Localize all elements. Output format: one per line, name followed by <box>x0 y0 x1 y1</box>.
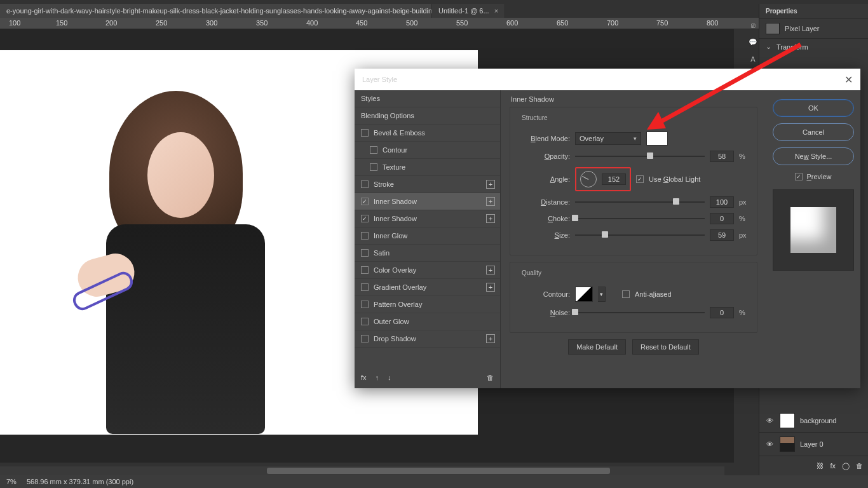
layer-thumbnail[interactable] <box>780 413 795 428</box>
distance-slider[interactable] <box>575 198 705 207</box>
document-tab[interactable]: Untitled-1 @ 6... × <box>432 4 505 18</box>
checkbox[interactable] <box>361 266 369 274</box>
satin-item[interactable]: Satin <box>355 245 500 262</box>
contour-picker[interactable] <box>575 287 593 302</box>
type-icon[interactable]: A <box>750 55 755 63</box>
checkbox[interactable] <box>361 335 369 342</box>
contour-label[interactable]: Contour: <box>518 290 570 298</box>
document-tabstrip: e-young-girl-with-dark-wavy-hairstyle-br… <box>0 4 868 18</box>
cancel-button[interactable]: Cancel <box>773 123 854 141</box>
add-effect-icon[interactable]: + <box>486 266 495 274</box>
bevel-emboss-item[interactable]: Bevel & Emboss <box>355 125 500 142</box>
angle-label[interactable]: Angle: <box>518 175 570 183</box>
inner-shadow-item-2[interactable]: Inner Shadow+ <box>355 210 500 227</box>
item-label: Pattern Overlay <box>374 301 422 308</box>
choke-label[interactable]: Choke: <box>518 215 570 222</box>
checkbox[interactable] <box>361 301 369 308</box>
checkbox[interactable] <box>361 232 369 240</box>
shadow-color-swatch[interactable] <box>646 132 668 146</box>
angle-input[interactable]: 152 <box>602 173 626 185</box>
layer-row[interactable]: 👁 Layer 0 <box>759 433 868 456</box>
mask-icon[interactable]: ◯ <box>842 462 850 470</box>
checkbox[interactable] <box>361 283 369 291</box>
close-icon[interactable]: × <box>494 7 498 15</box>
visibility-icon[interactable]: 👁 <box>764 440 775 448</box>
add-effect-icon[interactable]: + <box>486 214 495 223</box>
fx-menu-icon[interactable]: fx <box>361 374 367 381</box>
choke-input[interactable]: 0 <box>710 213 734 224</box>
texture-item[interactable]: Texture <box>355 159 500 176</box>
add-effect-icon[interactable]: + <box>486 283 495 292</box>
visibility-icon[interactable]: 👁 <box>764 417 775 424</box>
layer-row[interactable]: 👁 background <box>759 409 868 433</box>
checkbox[interactable] <box>370 163 377 171</box>
noise-input[interactable]: 0 <box>710 307 734 318</box>
make-default-button[interactable]: Make Default <box>568 339 626 355</box>
noise-label[interactable]: Noise: <box>518 309 570 316</box>
chevron-down-icon[interactable]: ▾ <box>598 287 606 302</box>
outer-glow-item[interactable]: Outer Glow <box>355 313 500 330</box>
angle-dial[interactable] <box>580 171 597 187</box>
choke-slider[interactable] <box>575 214 705 223</box>
transform-section[interactable]: ⌄ Transform <box>759 38 868 55</box>
layer-thumbnail[interactable] <box>780 437 795 452</box>
blending-options-item[interactable]: Blending Options <box>355 107 500 125</box>
styles-item[interactable]: Styles <box>355 90 500 107</box>
properties-panel-tab[interactable]: Properties <box>759 4 868 19</box>
new-style-button[interactable]: New Style... <box>773 147 854 165</box>
checkbox[interactable] <box>361 318 369 325</box>
opacity-label[interactable]: Opacity: <box>518 152 570 160</box>
trash-icon[interactable]: 🗑 <box>856 462 863 470</box>
opacity-slider[interactable] <box>575 152 705 161</box>
gradient-overlay-item[interactable]: Gradient Overlay+ <box>355 279 500 296</box>
add-effect-icon[interactable]: + <box>486 197 495 206</box>
use-global-light-checkbox[interactable] <box>636 175 644 183</box>
size-label[interactable]: Size: <box>518 231 570 239</box>
checkbox[interactable] <box>361 129 369 137</box>
checkbox[interactable] <box>361 249 369 257</box>
preview-checkbox[interactable] <box>795 173 803 180</box>
horizontal-scrollbar[interactable] <box>0 466 724 475</box>
ok-button[interactable]: OK <box>773 99 854 117</box>
checkbox[interactable] <box>361 180 369 188</box>
inner-shadow-item[interactable]: Inner Shadow+ <box>355 193 500 210</box>
zoom-level[interactable]: 7% <box>6 478 17 485</box>
stroke-item[interactable]: Stroke+ <box>355 176 500 193</box>
size-input[interactable]: 59 <box>710 229 734 241</box>
layer-name[interactable]: background <box>800 417 837 424</box>
layers-panel: 👁 background 👁 Layer 0 <box>759 409 868 456</box>
noise-slider[interactable] <box>575 308 705 317</box>
document-tab-active[interactable]: e-young-girl-with-dark-wavy-hairstyle-br… <box>0 4 432 18</box>
antialiased-label[interactable]: Anti-aliased <box>635 290 672 298</box>
color-overlay-item[interactable]: Color Overlay+ <box>355 262 500 279</box>
move-up-icon[interactable]: ↑ <box>376 374 379 381</box>
link-layers-icon[interactable]: ⛓ <box>817 462 824 470</box>
layer-name[interactable]: Layer 0 <box>800 440 824 448</box>
checkbox[interactable] <box>361 198 369 205</box>
distance-label[interactable]: Distance: <box>518 198 570 206</box>
contour-item[interactable]: Contour <box>355 142 500 159</box>
add-effect-icon[interactable]: + <box>486 334 495 343</box>
checkbox[interactable] <box>361 215 369 222</box>
antialiased-checkbox[interactable] <box>622 290 630 298</box>
inner-glow-item[interactable]: Inner Glow <box>355 227 500 245</box>
reset-default-button[interactable]: Reset to Default <box>632 339 699 355</box>
add-effect-icon[interactable]: + <box>486 180 495 189</box>
move-down-icon[interactable]: ↓ <box>388 374 391 381</box>
blend-mode-select[interactable]: Overlay ▾ <box>575 132 641 145</box>
comments-icon[interactable]: 💬 <box>749 38 757 46</box>
fx-icon[interactable]: fx <box>830 462 836 470</box>
dialog-titlebar[interactable]: Layer Style ✕ <box>355 69 860 90</box>
close-icon[interactable]: ✕ <box>844 74 853 86</box>
distance-input[interactable]: 100 <box>710 196 734 208</box>
preview-toggle[interactable]: Preview <box>795 173 831 180</box>
use-global-light-label[interactable]: Use Global Light <box>649 175 700 183</box>
drop-shadow-item[interactable]: Drop Shadow+ <box>355 330 500 348</box>
opacity-input[interactable]: 58 <box>710 151 734 162</box>
size-slider[interactable] <box>575 231 705 240</box>
checkbox[interactable] <box>370 146 377 154</box>
ruler-tick: 500 <box>406 19 417 27</box>
pattern-overlay-item[interactable]: Pattern Overlay <box>355 296 500 313</box>
panel-toggle-icon[interactable]: ⎚ <box>751 22 756 29</box>
trash-icon[interactable]: 🗑 <box>487 374 494 381</box>
